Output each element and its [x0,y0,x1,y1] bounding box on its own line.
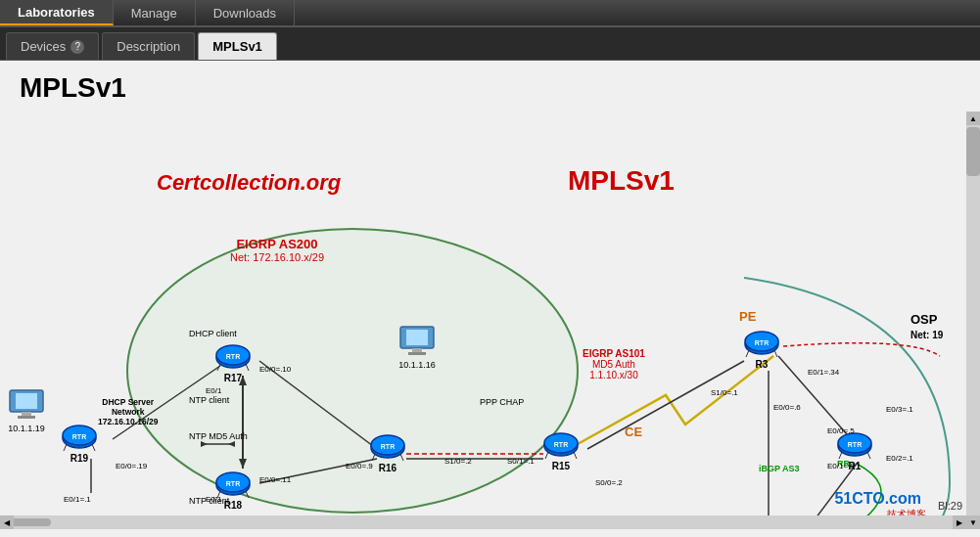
ce-label: CE [625,425,642,439]
ntp-client-label-1: NTP client [189,395,229,405]
svg-line-32 [246,364,249,371]
dhcp-client-label-top: DHCP client [189,329,237,338]
svg-text:RTR: RTR [381,443,395,450]
logo-51cto: 51CTO.com [834,490,921,508]
eigrp101-label: EIGRP AS101 MD5 Auth 1.1.10.x/30 [583,348,645,380]
watermark-mpls: MPLSv1 [568,165,675,197]
svg-line-42 [400,454,403,461]
scrollbar-thumb-v[interactable] [966,127,980,176]
svg-line-37 [246,491,249,498]
iface-e00-19: E0/0=.19 [116,462,147,470]
watermark-org: Certcollection.org [157,170,341,196]
tab-devices[interactable]: Devices ? [6,32,99,60]
iface-e01-34: E0/1=.34 [808,368,839,377]
nav-laboratories[interactable]: Laboratories [0,0,114,25]
svg-line-9 [259,361,377,449]
iface-e00-9: E0/0=.9 [346,462,373,470]
node-r16: RTR R16 [370,434,405,473]
eigrp-label: EIGRP AS200 Net: 172.16.10.x/29 [230,237,324,263]
iface-s01-1: S0/1=.1 [507,457,535,466]
svg-text:RTR: RTR [226,480,240,487]
nav-manage[interactable]: Manage [114,0,196,25]
horizontal-scrollbar[interactable]: ▶ ◀ [0,515,966,529]
svg-rect-69 [412,348,422,352]
svg-marker-5 [239,459,247,469]
svg-line-41 [372,454,375,461]
ntp-md5-label: NTP MD5 Auth [189,431,248,441]
pc-node-16: 10.1.1.16 [398,325,436,370]
iface-e00-5: E0/0=.5 [827,426,855,435]
svg-marker-7 [201,441,208,447]
svg-rect-66 [18,416,35,419]
svg-rect-64 [16,393,37,409]
help-icon[interactable]: ? [70,40,84,54]
svg-text:RTR: RTR [554,441,568,448]
node-r3: RTR R3 [744,331,779,370]
iface-e02-1: E0/2=.1 [886,454,913,463]
nav-downloads[interactable]: Downloads [196,0,295,25]
svg-text:RTR: RTR [72,433,86,440]
svg-line-27 [92,444,95,451]
iface-e01-9: E0/1=.9 [827,462,855,470]
scroll-right-btn[interactable]: ▶ [953,515,966,529]
tab-mplsv1[interactable]: MPLSv1 [198,32,277,60]
diagram-area: Certcollection.org MPLSv1 EIGRP AS200 Ne… [0,112,980,529]
iface-e01-r18: E0/1 [206,495,221,504]
iface-s10-1: S1/0=.1 [711,388,738,397]
svg-line-47 [574,452,577,459]
pc-node-r19-area: 10.1.1.19 [8,388,45,433]
iface-e00-6: E0/0=.6 [773,403,801,412]
svg-line-57 [867,452,870,459]
scroll-left-btn[interactable]: ◀ [0,515,14,529]
iface-e00-10: E0/0=.10 [259,365,291,374]
svg-line-52 [774,350,777,357]
node-r15: RTR R15 [543,432,579,471]
top-navigation: Laboratories Manage Downloads [0,0,980,27]
svg-line-56 [839,452,842,459]
page-title: MPLSv1 [0,61,980,112]
tab-bar: Devices ? Description MPLSv1 [0,27,980,61]
vertical-scrollbar[interactable]: ▲ ▼ [966,112,980,529]
blog-label: Bl:29 [938,500,962,512]
iface-e01-1: E0/1=.1 [64,495,91,504]
scroll-down-btn[interactable]: ▼ [966,515,980,529]
svg-line-46 [545,452,548,459]
svg-line-31 [217,364,220,371]
svg-line-51 [746,350,749,357]
iface-s10-2: S1/0=.2 [444,457,472,466]
scroll-up-btn[interactable]: ▲ [966,112,980,125]
dhcp-server-label: DHCP ServerNetwork172.16.10.16/29 [98,397,158,426]
svg-line-26 [64,444,67,451]
svg-text:RTR: RTR [755,339,769,346]
node-r19: RTR R19 [62,425,97,464]
main-content: MPLSv1 [0,61,980,537]
ppp-chap-label: PPP CHAP [480,397,524,407]
node-r17: RTR R17 [215,344,251,383]
iface-s00-2: S0/0=.2 [595,478,623,487]
iface-e00-11: E0/0=.11 [259,475,291,484]
ibgp-label-1: iBGP AS3 [759,464,800,473]
svg-rect-65 [22,412,31,416]
svg-text:RTR: RTR [848,441,862,448]
pe-top-label: PE [739,309,756,324]
iface-e01-r17: E0/1 [206,386,221,395]
tab-description[interactable]: Description [102,32,195,60]
svg-text:RTR: RTR [226,353,240,360]
iface-e03-1: E0/3=.1 [886,405,913,414]
svg-marker-8 [228,441,235,447]
svg-rect-68 [406,330,428,345]
svg-rect-70 [408,352,426,355]
ospf-label: OSP Net: 19 [910,312,943,341]
